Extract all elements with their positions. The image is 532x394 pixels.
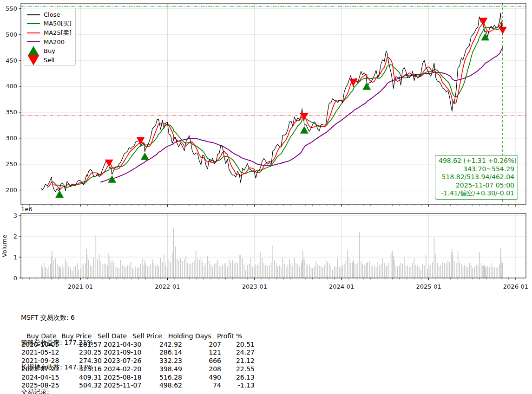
- ma25-line-swatch: [27, 32, 40, 33]
- annotation-signals: -1.41/偏空/+0.30/-0.01: [439, 189, 514, 198]
- stock-strategy-figure: 2021-012022-012023-012024-012025-012026-…: [0, 0, 532, 394]
- table-cell: 74: [188, 381, 221, 389]
- table-cell: 22.55: [225, 365, 255, 373]
- volume-tick-label: 0: [13, 275, 17, 282]
- legend-item-close: Close: [27, 10, 72, 19]
- table-header-cell: Sell Price: [132, 332, 162, 340]
- table-cell: 2025-08-25: [21, 381, 59, 389]
- table-header-cell: Profit %: [217, 332, 242, 340]
- x-tick-label: 2024-01: [329, 283, 354, 290]
- table-cell: 20.51: [225, 341, 255, 348]
- table-cell: 398.49: [141, 365, 182, 373]
- table-cell: 490: [188, 374, 221, 381]
- trade-count-line: MSFT 交易次数: 6: [21, 314, 93, 322]
- price-tick-label: 450: [6, 57, 17, 64]
- table-row: 2023-07-27325.162024-02-20398.4920822.55: [21, 365, 263, 374]
- legend-item-ma50: MA50[买]: [27, 19, 72, 29]
- table-cell: 274.30: [65, 357, 102, 364]
- close-line-swatch: [27, 14, 40, 15]
- x-tick-label: 2021-01: [68, 283, 93, 290]
- ma50-line-swatch: [27, 23, 40, 24]
- table-cell: 242.92: [141, 341, 182, 348]
- x-tick-label: 2025-01: [416, 283, 441, 290]
- table-cell: 516.28: [141, 374, 182, 381]
- volume-tick-label: 3: [13, 212, 17, 219]
- table-cell: 201.57: [65, 341, 102, 348]
- table-cell: 208: [188, 365, 221, 373]
- annotation-ma-values: 518.82/513.94/462.04: [439, 173, 514, 181]
- table-cell: 2021-04-30: [104, 341, 141, 348]
- trade-table: Buy DateBuy PriceSell DateSell PriceHold…: [21, 332, 263, 390]
- annotation-timestamp: 2025-11-07 05:00: [439, 181, 514, 190]
- legend-label: Buy: [44, 47, 55, 54]
- table-cell: 2020-10-05: [21, 341, 59, 348]
- table-header-cell: Buy Date: [26, 332, 57, 340]
- buy-signal-marker: [55, 190, 64, 198]
- trade-table-header: Buy DateBuy PriceSell DateSell PriceHold…: [21, 332, 263, 341]
- price-tick-label: 300: [6, 135, 17, 142]
- annotation-price-change: 498.62 (+1.31 +0.26%): [439, 157, 514, 165]
- table-header-cell: Holding Days: [168, 332, 211, 340]
- sell-signal-marker: [137, 137, 145, 144]
- last-quote-annotation: 498.62 (+1.31 +0.26%) 343.70~554.29 518.…: [435, 155, 518, 200]
- table-header-cell: Sell Date: [98, 332, 127, 340]
- legend-label: Sell: [44, 57, 54, 64]
- legend-item-ma25: MA25[卖]: [27, 28, 72, 38]
- volume-axis-label: Volume: [1, 235, 8, 257]
- table-cell: 2025-11-07: [104, 381, 141, 389]
- sell-signal-marker: [499, 27, 507, 34]
- table-cell: 504.32: [65, 381, 102, 389]
- table-cell: 21.12: [225, 357, 255, 364]
- legend-label: MA200: [44, 39, 65, 45]
- x-tick-label: 2022-01: [155, 283, 180, 290]
- price-tick-label: 200: [6, 187, 17, 194]
- table-cell: 325.16: [65, 365, 102, 373]
- legend-item-sell: Sell: [27, 56, 72, 65]
- x-tick-label: 2023-01: [242, 283, 267, 290]
- table-cell: 286.14: [141, 349, 182, 356]
- buy-signal-marker: [141, 153, 149, 160]
- table-row: 2020-10-05201.572021-04-30242.9220720.51: [21, 341, 263, 349]
- table-row: 2021-09-28274.302023-07-26332.2366621.12: [21, 357, 263, 365]
- table-cell: 2021-09-10: [104, 349, 141, 356]
- annotation-range: 343.70~554.29: [439, 165, 514, 174]
- table-cell: 666: [188, 357, 221, 364]
- price-tick-label: 350: [6, 109, 17, 116]
- table-cell: 2021-05-12: [21, 349, 59, 356]
- price-volume-chart: 2021-012022-012023-012024-012025-012026-…: [0, 0, 532, 295]
- table-cell: 26.13: [225, 374, 255, 381]
- table-cell: 2023-07-26: [104, 357, 141, 364]
- table-row: 2021-05-12230.252021-09-10286.1412124.27: [21, 349, 263, 357]
- sell-signal-marker: [105, 160, 113, 167]
- table-cell: 2023-07-27: [21, 365, 59, 373]
- price-tick-label: 250: [6, 161, 17, 168]
- volume-tick-label: 1: [13, 254, 17, 261]
- price-tick-label: 400: [6, 83, 17, 90]
- volume-tick-label: 2: [13, 233, 17, 240]
- sell-marker-icon: [27, 56, 40, 65]
- table-row: 2024-04-15409.312025-08-18516.2849026.13: [21, 374, 263, 382]
- table-cell: 2024-04-15: [21, 374, 59, 381]
- table-cell: 2025-08-18: [104, 374, 141, 381]
- table-row: 2025-08-25504.322025-11-07498.6274-1.13: [21, 381, 263, 390]
- ma200-line-swatch: [27, 41, 40, 42]
- x-tick-label: 2026-01: [503, 283, 528, 290]
- table-cell: -1.13: [225, 381, 255, 389]
- price-tick-label: 550: [6, 5, 17, 12]
- table-cell: 230.25: [65, 349, 102, 356]
- price-tick-label: 500: [6, 31, 17, 38]
- chart-legend: Close MA50[买] MA25[卖] MA200 Buy Sell: [24, 8, 76, 66]
- volume-scale-label: 1e6: [21, 206, 33, 213]
- legend-label: Close: [44, 11, 60, 18]
- table-cell: 498.62: [141, 381, 182, 389]
- table-cell: 409.31: [65, 374, 102, 381]
- legend-label: MA25[卖]: [44, 29, 72, 37]
- table-cell: 121: [188, 349, 221, 356]
- table-cell: 332.23: [141, 357, 182, 364]
- volume-bars: [41, 228, 503, 278]
- table-cell: 207: [188, 341, 221, 348]
- legend-label: MA50[买]: [44, 19, 72, 28]
- table-cell: 2024-02-20: [104, 365, 141, 373]
- table-cell: 2021-09-28: [21, 357, 59, 364]
- table-cell: 24.27: [225, 349, 255, 356]
